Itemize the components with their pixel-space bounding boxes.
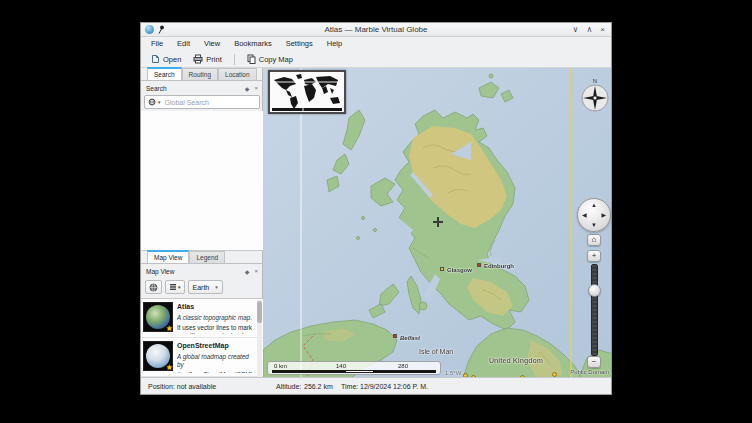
pan-control[interactable]: ▲ ▼ ◀ ▶: [577, 198, 611, 232]
open-icon: [151, 54, 160, 64]
global-search-field[interactable]: ▾: [144, 95, 260, 109]
print-button[interactable]: Print: [189, 52, 225, 66]
tab-routing[interactable]: Routing: [182, 68, 218, 80]
mapview-dock-header: Map View ◆ ×: [141, 265, 263, 277]
map-theme-desc: A global roadmap created by: [177, 353, 255, 369]
mapview-controls: ▾ Earth ▾: [141, 277, 263, 297]
compass-icon: [581, 84, 609, 112]
celestial-body-value: Earth: [193, 284, 210, 291]
tab-legend[interactable]: Legend: [189, 251, 225, 263]
print-icon: [193, 54, 203, 64]
list-view-icon: [169, 283, 177, 291]
copy-map-button[interactable]: Copy Map: [243, 52, 297, 66]
list-scrollbar-thumb[interactable]: [257, 301, 262, 323]
scale-zero-label: 0 km: [274, 363, 287, 370]
attribution-label: Public Domain: [570, 369, 609, 375]
menu-help[interactable]: Help: [320, 37, 349, 51]
tab-map-view[interactable]: Map View: [147, 250, 189, 263]
search-dock-title: Search: [146, 85, 167, 92]
maximize-button[interactable]: ∧: [586, 23, 592, 37]
window-title: Atlas — Marble Virtual Globe: [141, 25, 611, 34]
minimize-button[interactable]: ∨: [573, 23, 579, 37]
menu-bookmarks[interactable]: Bookmarks: [227, 37, 279, 51]
home-button[interactable]: ⌂: [587, 234, 601, 246]
osm-thumbnail: ★: [143, 341, 173, 371]
atlas-thumbnail: ★: [143, 302, 173, 332]
pan-down-icon[interactable]: ▼: [591, 222, 597, 228]
pan-right-icon[interactable]: ▶: [601, 212, 606, 218]
zoom-out-button[interactable]: −: [587, 356, 601, 368]
search-provider-globe-icon: [148, 98, 156, 106]
search-input[interactable]: [163, 98, 256, 107]
glasgow-marker[interactable]: [440, 267, 444, 271]
edinburgh-label: Edinburgh: [484, 263, 514, 269]
list-view-arrow-icon: ▾: [178, 284, 181, 290]
status-bar: Position: not available Altitude: 256.2 …: [141, 377, 611, 394]
map-theme-atlas[interactable]: ★ Atlas A classic topographic map. It us…: [141, 299, 263, 338]
menu-edit[interactable]: Edit: [170, 37, 197, 51]
pan-left-icon[interactable]: ◀: [582, 212, 587, 218]
favorite-star-icon[interactable]: ★: [166, 363, 173, 372]
list-view-button[interactable]: ▾: [165, 280, 185, 294]
close-dock-icon[interactable]: ×: [254, 85, 258, 92]
map-canvas[interactable]: N ▲ ▼ ◀ ▶ ⌂ +: [263, 68, 611, 377]
scale-bar: 0 km 140 280: [267, 361, 441, 375]
toolbar-separator: [234, 54, 235, 65]
altitude-value: 256.2 km: [304, 378, 333, 395]
altitude-label: Altitude:: [276, 378, 301, 395]
print-label: Print: [206, 55, 221, 64]
toolbar: Open Print Copy Map: [141, 51, 611, 68]
combo-arrow-icon: ▾: [215, 284, 218, 290]
united-kingdom-label: United Kingdom: [489, 357, 543, 364]
scale-mid-label: 140: [336, 363, 346, 370]
map-theme-openstreetmap[interactable]: ★ OpenStreetMap A global roadmap created…: [141, 338, 263, 377]
position-status: Position: not available: [148, 378, 216, 395]
mapview-tabbar: Map View Legend: [141, 251, 263, 264]
search-tabbar: Search Routing Location: [141, 68, 263, 81]
float-dock-icon[interactable]: ◆: [245, 268, 250, 275]
menu-bar: File Edit View Bookmarks Settings Help: [141, 37, 611, 51]
zoom-slider-handle[interactable]: [588, 284, 601, 297]
overview-continents: [270, 72, 344, 112]
map-theme-desc: the OpenStreetMap (OSM): [177, 371, 255, 373]
map-theme-name: OpenStreetMap: [177, 342, 255, 350]
copy-map-label: Copy Map: [259, 55, 293, 64]
map-theme-list: ★ Atlas A classic topographic map. It us…: [141, 298, 263, 377]
close-dock-icon[interactable]: ×: [254, 268, 258, 275]
edinburgh-marker[interactable]: [477, 263, 481, 267]
map-theme-desc: It uses vector lines to mark: [177, 324, 252, 332]
open-label: Open: [163, 55, 181, 64]
pin-icon: [157, 25, 165, 34]
time-value: 12/9/2024 12:06 P. M.: [360, 378, 428, 395]
celestial-body-select[interactable]: Earth ▾: [188, 280, 223, 294]
menu-view[interactable]: View: [197, 37, 227, 51]
search-results-area[interactable]: [141, 111, 263, 251]
favorite-star-icon[interactable]: ★: [166, 324, 173, 333]
search-dock-header: Search ◆ ×: [141, 82, 263, 94]
close-button[interactable]: ×: [600, 23, 605, 37]
float-dock-icon[interactable]: ◆: [245, 85, 250, 92]
tab-location[interactable]: Location: [218, 68, 257, 80]
pan-up-icon[interactable]: ▲: [591, 202, 597, 208]
menu-file[interactable]: File: [144, 37, 170, 51]
globe-view-button[interactable]: [145, 280, 162, 294]
title-bar[interactable]: Atlas — Marble Virtual Globe ∨ ∧ ×: [141, 23, 611, 37]
sidebar: Search Routing Location Search ◆ × ▾: [141, 68, 263, 377]
open-button[interactable]: Open: [147, 52, 185, 66]
map-theme-name: Atlas: [177, 303, 252, 311]
overview-world-map[interactable]: [268, 70, 346, 114]
tab-search[interactable]: Search: [147, 67, 182, 80]
scale-max-label: 280: [398, 363, 408, 370]
map-theme-desc: A classic topographic map.: [177, 314, 252, 322]
search-provider-arrow-icon: ▾: [158, 99, 161, 105]
map-theme-desc: coastlines, country borders: [177, 332, 252, 334]
isle-of-man-label: Isle of Man: [419, 348, 453, 355]
app-window: Atlas — Marble Virtual Globe ∨ ∧ × File …: [140, 22, 612, 395]
compass-rose[interactable]: N: [580, 78, 610, 112]
time-label: Time:: [341, 378, 358, 395]
belfast-marker[interactable]: [393, 334, 397, 338]
app-globe-icon: [145, 25, 154, 34]
menu-settings[interactable]: Settings: [279, 37, 320, 51]
zoom-slider-track[interactable]: [591, 264, 598, 356]
zoom-in-button[interactable]: +: [587, 250, 601, 262]
